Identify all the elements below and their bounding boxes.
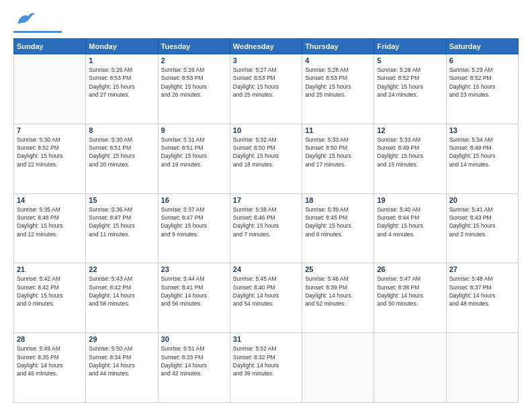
day-number: 18 [305, 196, 371, 204]
day-number: 8 [89, 126, 154, 134]
day-info: Sunrise: 5:33 AM Sunset: 8:50 PM Dayligh… [305, 136, 371, 169]
day-info: Sunrise: 5:42 AM Sunset: 8:42 PM Dayligh… [17, 275, 83, 308]
calendar-week-row: 1Sunrise: 5:26 AM Sunset: 8:53 PM Daylig… [14, 54, 519, 124]
day-info: Sunrise: 5:51 AM Sunset: 8:33 PM Dayligh… [161, 345, 227, 377]
calendar-cell: 16Sunrise: 5:37 AM Sunset: 8:47 PM Dayli… [158, 193, 230, 263]
day-number: 11 [305, 126, 371, 134]
calendar-week-row: 28Sunrise: 5:49 AM Sunset: 8:35 PM Dayli… [14, 333, 519, 403]
day-info: Sunrise: 5:31 AM Sunset: 8:51 PM Dayligh… [161, 136, 227, 169]
day-number: 26 [377, 265, 443, 273]
calendar-cell: 25Sunrise: 5:46 AM Sunset: 8:39 PM Dayli… [302, 263, 374, 333]
day-info: Sunrise: 5:30 AM Sunset: 8:51 PM Dayligh… [89, 136, 154, 169]
calendar-week-row: 14Sunrise: 5:35 AM Sunset: 8:48 PM Dayli… [14, 193, 519, 263]
day-number: 19 [377, 196, 443, 204]
day-number: 25 [305, 265, 371, 273]
day-number: 2 [161, 56, 227, 64]
day-number: 6 [449, 56, 515, 64]
calendar-cell: 2Sunrise: 5:26 AM Sunset: 8:53 PM Daylig… [158, 54, 230, 124]
calendar-cell: 9Sunrise: 5:31 AM Sunset: 8:51 PM Daylig… [158, 124, 230, 193]
day-info: Sunrise: 5:44 AM Sunset: 8:41 PM Dayligh… [161, 275, 227, 308]
weekday-header-wednesday: Wednesday [230, 39, 302, 54]
day-info: Sunrise: 5:38 AM Sunset: 8:46 PM Dayligh… [233, 205, 299, 238]
day-info: Sunrise: 5:35 AM Sunset: 8:48 PM Dayligh… [17, 205, 83, 238]
calendar-cell: 29Sunrise: 5:50 AM Sunset: 8:34 PM Dayli… [86, 333, 158, 403]
day-info: Sunrise: 5:28 AM Sunset: 8:52 PM Dayligh… [377, 66, 443, 99]
day-info: Sunrise: 5:47 AM Sunset: 8:38 PM Dayligh… [377, 275, 443, 308]
calendar-cell: 28Sunrise: 5:49 AM Sunset: 8:35 PM Dayli… [14, 333, 86, 403]
day-number: 22 [89, 265, 154, 273]
calendar-cell: 5Sunrise: 5:28 AM Sunset: 8:52 PM Daylig… [374, 54, 446, 124]
calendar-cell: 1Sunrise: 5:26 AM Sunset: 8:53 PM Daylig… [86, 54, 158, 124]
day-number: 30 [161, 335, 227, 343]
day-info: Sunrise: 5:48 AM Sunset: 8:37 PM Dayligh… [449, 275, 515, 308]
day-number: 21 [17, 265, 83, 273]
logo-bird-icon [16, 11, 35, 28]
calendar-cell [14, 54, 86, 124]
calendar-cell: 18Sunrise: 5:39 AM Sunset: 8:45 PM Dayli… [302, 193, 374, 263]
calendar-cell: 27Sunrise: 5:48 AM Sunset: 8:37 PM Dayli… [446, 263, 518, 333]
calendar-cell: 21Sunrise: 5:42 AM Sunset: 8:42 PM Dayli… [14, 263, 86, 333]
calendar-cell: 15Sunrise: 5:36 AM Sunset: 8:47 PM Dayli… [86, 193, 158, 263]
day-number: 14 [17, 196, 83, 204]
day-info: Sunrise: 5:43 AM Sunset: 8:42 PM Dayligh… [89, 275, 154, 308]
calendar-week-row: 7Sunrise: 5:30 AM Sunset: 8:52 PM Daylig… [14, 124, 519, 193]
day-number: 10 [233, 126, 299, 134]
calendar-cell: 14Sunrise: 5:35 AM Sunset: 8:48 PM Dayli… [14, 193, 86, 263]
day-number: 17 [233, 196, 299, 204]
day-number: 13 [449, 126, 515, 134]
day-number: 3 [233, 56, 299, 64]
calendar-cell: 23Sunrise: 5:44 AM Sunset: 8:41 PM Dayli… [158, 263, 230, 333]
day-number: 28 [17, 335, 83, 343]
calendar-cell: 4Sunrise: 5:28 AM Sunset: 8:53 PM Daylig… [302, 54, 374, 124]
calendar-cell [374, 333, 446, 403]
day-number: 4 [305, 56, 371, 64]
day-number: 16 [161, 196, 227, 204]
day-info: Sunrise: 5:33 AM Sunset: 8:49 PM Dayligh… [377, 136, 443, 169]
day-number: 29 [89, 335, 154, 343]
day-info: Sunrise: 5:28 AM Sunset: 8:53 PM Dayligh… [305, 66, 371, 99]
calendar-cell: 30Sunrise: 5:51 AM Sunset: 8:33 PM Dayli… [158, 333, 230, 403]
day-info: Sunrise: 5:39 AM Sunset: 8:45 PM Dayligh… [305, 205, 371, 238]
calendar-cell: 8Sunrise: 5:30 AM Sunset: 8:51 PM Daylig… [86, 124, 158, 193]
calendar-cell: 19Sunrise: 5:40 AM Sunset: 8:44 PM Dayli… [374, 193, 446, 263]
day-number: 31 [233, 335, 299, 343]
header [13, 11, 519, 33]
day-info: Sunrise: 5:27 AM Sunset: 8:53 PM Dayligh… [233, 66, 299, 99]
day-number: 20 [449, 196, 515, 204]
day-info: Sunrise: 5:40 AM Sunset: 8:44 PM Dayligh… [377, 205, 443, 238]
calendar-cell: 3Sunrise: 5:27 AM Sunset: 8:53 PM Daylig… [230, 54, 302, 124]
calendar-cell: 11Sunrise: 5:33 AM Sunset: 8:50 PM Dayli… [302, 124, 374, 193]
calendar-cell [446, 333, 518, 403]
day-info: Sunrise: 5:49 AM Sunset: 8:35 PM Dayligh… [17, 345, 83, 377]
day-info: Sunrise: 5:32 AM Sunset: 8:50 PM Dayligh… [233, 136, 299, 169]
day-info: Sunrise: 5:36 AM Sunset: 8:47 PM Dayligh… [89, 205, 154, 238]
weekday-header-tuesday: Tuesday [158, 39, 230, 54]
day-number: 9 [161, 126, 227, 134]
calendar-cell: 24Sunrise: 5:45 AM Sunset: 8:40 PM Dayli… [230, 263, 302, 333]
calendar-cell: 31Sunrise: 5:52 AM Sunset: 8:32 PM Dayli… [230, 333, 302, 403]
calendar-cell: 26Sunrise: 5:47 AM Sunset: 8:38 PM Dayli… [374, 263, 446, 333]
calendar-cell: 12Sunrise: 5:33 AM Sunset: 8:49 PM Dayli… [374, 124, 446, 193]
weekday-header-thursday: Thursday [302, 39, 374, 54]
day-number: 27 [449, 265, 515, 273]
calendar-cell [302, 333, 374, 403]
day-info: Sunrise: 5:26 AM Sunset: 8:53 PM Dayligh… [161, 66, 227, 99]
calendar-cell: 7Sunrise: 5:30 AM Sunset: 8:52 PM Daylig… [14, 124, 86, 193]
day-info: Sunrise: 5:46 AM Sunset: 8:39 PM Dayligh… [305, 275, 371, 308]
day-number: 5 [377, 56, 443, 64]
day-number: 23 [161, 265, 227, 273]
day-info: Sunrise: 5:30 AM Sunset: 8:52 PM Dayligh… [17, 136, 83, 169]
calendar-cell: 20Sunrise: 5:41 AM Sunset: 8:43 PM Dayli… [446, 193, 518, 263]
day-info: Sunrise: 5:37 AM Sunset: 8:47 PM Dayligh… [161, 205, 227, 238]
page: SundayMondayTuesdayWednesdayThursdayFrid… [0, 0, 532, 411]
day-info: Sunrise: 5:52 AM Sunset: 8:32 PM Dayligh… [233, 345, 299, 377]
weekday-header-row: SundayMondayTuesdayWednesdayThursdayFrid… [14, 39, 519, 54]
day-info: Sunrise: 5:50 AM Sunset: 8:34 PM Dayligh… [89, 345, 154, 377]
calendar-week-row: 21Sunrise: 5:42 AM Sunset: 8:42 PM Dayli… [14, 263, 519, 333]
day-number: 15 [89, 196, 154, 204]
day-info: Sunrise: 5:26 AM Sunset: 8:53 PM Dayligh… [89, 66, 154, 99]
day-info: Sunrise: 5:45 AM Sunset: 8:40 PM Dayligh… [233, 275, 299, 308]
day-number: 7 [17, 126, 83, 134]
weekday-header-saturday: Saturday [446, 39, 518, 54]
day-info: Sunrise: 5:29 AM Sunset: 8:52 PM Dayligh… [449, 66, 515, 99]
